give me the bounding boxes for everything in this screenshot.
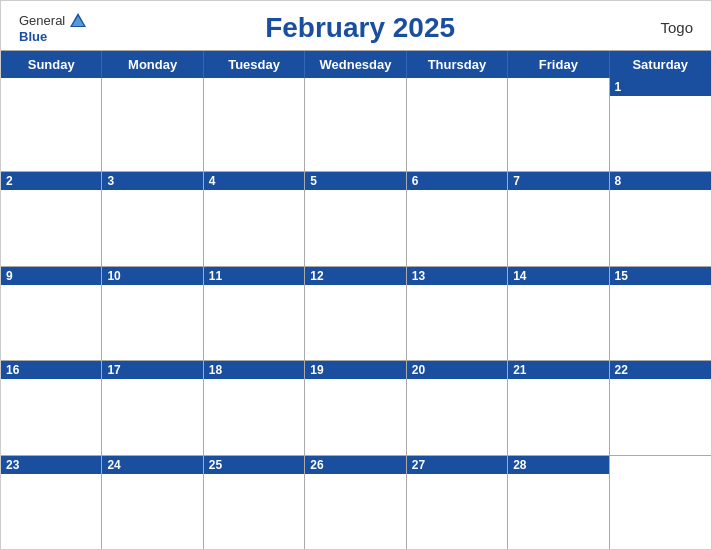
day-headers: Sunday Monday Tuesday Wednesday Thursday…	[1, 51, 711, 78]
day-cell	[204, 78, 305, 171]
week-row-5: 232425262728	[1, 456, 711, 549]
day-content	[1, 474, 101, 549]
day-number: 15	[610, 267, 711, 285]
week-row-1: 1	[1, 78, 711, 172]
day-number: 20	[407, 361, 507, 379]
day-content	[407, 379, 507, 454]
logo-icon	[69, 11, 87, 29]
day-content	[1, 96, 101, 171]
day-content	[204, 190, 304, 265]
day-content	[610, 96, 711, 171]
day-content	[610, 190, 711, 265]
day-cell: 13	[407, 267, 508, 360]
weeks-container: 1234567891011121314151617181920212223242…	[1, 78, 711, 549]
day-cell: 27	[407, 456, 508, 549]
day-cell: 10	[102, 267, 203, 360]
day-cell: 17	[102, 361, 203, 454]
day-header-wednesday: Wednesday	[305, 51, 406, 78]
day-content	[305, 379, 405, 454]
day-content	[102, 285, 202, 360]
day-cell: 25	[204, 456, 305, 549]
day-header-monday: Monday	[102, 51, 203, 78]
day-number: 1	[610, 78, 711, 96]
day-content	[407, 474, 507, 549]
day-number: 28	[508, 456, 608, 474]
calendar-grid: Sunday Monday Tuesday Wednesday Thursday…	[1, 50, 711, 549]
logo-area: General Blue	[19, 11, 87, 44]
day-number	[1, 78, 101, 96]
day-content	[1, 190, 101, 265]
calendar: General Blue February 2025 Togo Sunday M…	[0, 0, 712, 550]
day-number: 24	[102, 456, 202, 474]
day-content	[204, 474, 304, 549]
day-number: 2	[1, 172, 101, 190]
day-cell	[1, 78, 102, 171]
day-number: 11	[204, 267, 304, 285]
week-row-4: 16171819202122	[1, 361, 711, 455]
day-cell	[407, 78, 508, 171]
day-content	[102, 190, 202, 265]
day-cell: 19	[305, 361, 406, 454]
day-content	[407, 96, 507, 171]
day-cell: 2	[1, 172, 102, 265]
day-number: 14	[508, 267, 608, 285]
day-cell: 23	[1, 456, 102, 549]
day-number: 17	[102, 361, 202, 379]
day-cell	[508, 78, 609, 171]
day-cell: 3	[102, 172, 203, 265]
day-cell: 7	[508, 172, 609, 265]
day-content	[508, 190, 608, 265]
day-number: 26	[305, 456, 405, 474]
day-content	[508, 96, 608, 171]
day-cell: 18	[204, 361, 305, 454]
day-cell: 22	[610, 361, 711, 454]
week-row-2: 2345678	[1, 172, 711, 266]
day-number: 27	[407, 456, 507, 474]
day-content	[305, 190, 405, 265]
day-header-thursday: Thursday	[407, 51, 508, 78]
day-cell: 15	[610, 267, 711, 360]
day-content	[407, 285, 507, 360]
day-number	[204, 78, 304, 96]
day-number: 4	[204, 172, 304, 190]
day-cell	[305, 78, 406, 171]
day-cell: 20	[407, 361, 508, 454]
day-number: 21	[508, 361, 608, 379]
calendar-header: General Blue February 2025 Togo	[1, 1, 711, 50]
day-cell: 11	[204, 267, 305, 360]
calendar-title: February 2025	[87, 12, 633, 44]
day-cell: 5	[305, 172, 406, 265]
day-number: 25	[204, 456, 304, 474]
day-cell: 26	[305, 456, 406, 549]
day-content	[508, 474, 608, 549]
logo-general: General	[19, 13, 65, 28]
day-cell: 8	[610, 172, 711, 265]
day-header-saturday: Saturday	[610, 51, 711, 78]
day-content	[610, 474, 711, 549]
day-content	[305, 474, 405, 549]
day-content	[508, 379, 608, 454]
day-number: 13	[407, 267, 507, 285]
day-header-sunday: Sunday	[1, 51, 102, 78]
day-number: 6	[407, 172, 507, 190]
day-number: 7	[508, 172, 608, 190]
day-number: 9	[1, 267, 101, 285]
day-number: 19	[305, 361, 405, 379]
week-row-3: 9101112131415	[1, 267, 711, 361]
day-content	[204, 285, 304, 360]
day-content	[610, 379, 711, 454]
day-cell: 9	[1, 267, 102, 360]
day-content	[102, 96, 202, 171]
day-cell: 12	[305, 267, 406, 360]
day-content	[305, 285, 405, 360]
day-content	[204, 96, 304, 171]
day-cell: 21	[508, 361, 609, 454]
day-content	[407, 190, 507, 265]
day-cell: 24	[102, 456, 203, 549]
day-cell	[610, 456, 711, 549]
day-number: 8	[610, 172, 711, 190]
day-number: 10	[102, 267, 202, 285]
day-number: 18	[204, 361, 304, 379]
day-content	[1, 285, 101, 360]
day-cell: 1	[610, 78, 711, 171]
